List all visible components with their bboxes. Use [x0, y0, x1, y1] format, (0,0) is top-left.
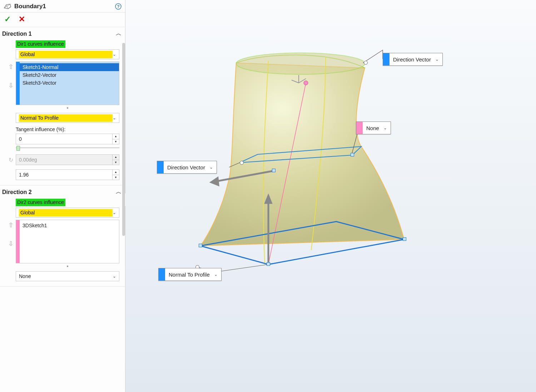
help-icon[interactable]: ?	[115, 3, 121, 10]
selection-point[interactable]	[403, 237, 406, 241]
panel-scrollbar[interactable]	[122, 43, 125, 236]
callout-top-profile[interactable]: Direction Vector ⌄	[383, 53, 443, 66]
spin-up[interactable]: ▲	[113, 134, 119, 139]
start-constraint-dropdown[interactable]: Normal To Profile ⌄	[16, 113, 119, 123]
tangent-influence-label: Tangent influence (%):	[16, 126, 119, 132]
chevron-down-icon: ⌄	[113, 274, 116, 279]
svg-marker-5	[211, 178, 218, 185]
move-down-button[interactable]: ⇩	[8, 81, 14, 89]
chevron-down-icon: ⌄	[113, 115, 116, 120]
chevron-up-icon: ︿	[116, 188, 121, 196]
callout-label: Direction Vector	[389, 56, 435, 63]
tangent-influence-spinner[interactable]: 0 ▲▼	[16, 134, 119, 144]
svg-text:?: ?	[117, 4, 120, 9]
boundary-feature-icon	[4, 3, 11, 10]
tangent-length-spinner[interactable]: 1.96 ▲▼	[16, 169, 119, 180]
section-header-direction2[interactable]: Direction 2 ︿	[0, 185, 125, 197]
section-title: Direction 2	[2, 189, 32, 195]
graphics-viewport[interactable]: Direction Vector ⌄ None ⌄ Direction Vect…	[125, 0, 536, 392]
svg-point-2	[236, 53, 365, 74]
curves-influence-dropdown[interactable]: Global ⌄	[16, 208, 119, 218]
section-body-direction1: Dir1 curves influence Global ⌄ ⇧ ⇩ Sketc…	[0, 39, 125, 185]
chevron-down-icon: ⌄	[435, 57, 442, 62]
slider-thumb[interactable]	[16, 146, 20, 151]
curves-influence-value: Global	[19, 51, 113, 58]
profile-handle[interactable]	[240, 161, 244, 165]
move-up-button[interactable]: ⇧	[8, 63, 14, 71]
selection-color-bar	[16, 62, 20, 105]
spin-down[interactable]: ▼	[113, 139, 119, 144]
draft-angle-value: 0.00deg	[16, 155, 112, 165]
callout-color-tag	[383, 53, 389, 65]
list-item[interactable]: Sketch1-Normal	[20, 63, 119, 71]
selection-color-bar	[16, 220, 20, 263]
selection-point[interactable]	[351, 153, 354, 157]
end-constraint-value: None	[19, 273, 113, 279]
dir2-curves-row: ⇧ ⇩ 3DSketch1	[6, 220, 119, 263]
cancel-button[interactable]: ✕	[19, 15, 25, 23]
app-root: Boundary1 ? ✓ ✕ Direction 1 ︿ Dir1 curve…	[0, 0, 536, 392]
chevron-down-icon: ⌄	[113, 210, 116, 215]
callout-label: Direction Vector	[164, 164, 209, 170]
dir1-curves-items: Sketch1-Normal Sketch2-Vector Sketch3-Ve…	[20, 62, 119, 105]
spinner-buttons: ▲▼	[112, 155, 119, 165]
dir2-curves-listbox[interactable]: 3DSketch1	[16, 220, 119, 263]
callout-mid-profile[interactable]: Direction Vector ⌄	[157, 161, 217, 174]
spinner-buttons: ▲▼	[112, 170, 119, 180]
callout-label: Normal To Profile	[165, 272, 214, 278]
spin-up: ▲	[113, 155, 119, 160]
curves-influence-dropdown[interactable]: Global ⌄	[16, 49, 119, 59]
tangent-influence-value[interactable]: 0	[16, 134, 112, 144]
spin-up[interactable]: ▲	[113, 170, 119, 175]
tangent-length-value[interactable]: 1.96	[16, 170, 112, 180]
profile-handle[interactable]	[364, 61, 368, 65]
callout-color-tag	[159, 268, 165, 281]
property-panel: Boundary1 ? ✓ ✕ Direction 1 ︿ Dir1 curve…	[0, 0, 125, 392]
boundary-surface-preview	[125, 0, 536, 392]
chevron-down-icon: ⌄	[113, 52, 116, 57]
svg-point-11	[304, 81, 308, 85]
list-resize-grip[interactable]: ●	[16, 106, 119, 109]
callout-color-tag	[157, 161, 164, 173]
callout-guide-curve[interactable]: None ⌄	[356, 121, 391, 134]
chevron-up-icon: ︿	[116, 30, 121, 38]
chevron-down-icon: ⌄	[383, 125, 391, 130]
list-item[interactable]: Sketch3-Vector	[20, 79, 119, 87]
list-resize-grip[interactable]: ●	[16, 264, 119, 268]
dir1-curves-row: ⇧ ⇩ Sketch1-Normal Sketch2-Vector Sketch…	[6, 61, 119, 105]
move-down-button[interactable]: ⇩	[8, 240, 14, 248]
selection-point[interactable]	[199, 244, 202, 247]
start-constraint-value: Normal To Profile	[19, 114, 113, 122]
dir1-curves-listbox[interactable]: Sketch1-Normal Sketch2-Vector Sketch3-Ve…	[16, 61, 119, 105]
draft-angle-spinner: 0.00deg ▲▼	[16, 154, 119, 165]
selection-point[interactable]	[267, 262, 270, 266]
chevron-down-icon: ⌄	[214, 272, 221, 277]
section-header-direction1[interactable]: Direction 1 ︿	[0, 27, 125, 39]
move-up-button[interactable]: ⇧	[8, 221, 14, 229]
spin-down[interactable]: ▼	[113, 175, 119, 180]
list-item[interactable]: Sketch2-Vector	[20, 71, 119, 79]
callout-bottom-profile[interactable]: Normal To Profile ⌄	[158, 268, 222, 281]
reorder-arrows: ⇧ ⇩	[6, 220, 16, 263]
influence-label: Dir1 curves influence	[16, 40, 65, 48]
ok-button[interactable]: ✓	[4, 15, 11, 23]
confirm-bar: ✓ ✕	[0, 13, 125, 27]
slider-track	[16, 147, 119, 148]
selection-point[interactable]	[272, 169, 276, 172]
dir2-curves-items: 3DSketch1	[20, 220, 119, 263]
curves-influence-value: Global	[19, 209, 113, 217]
feature-title: Boundary1	[14, 3, 115, 10]
section-title: Direction 1	[2, 31, 32, 37]
reorder-arrows: ⇧ ⇩	[6, 61, 16, 105]
end-constraint-dropdown[interactable]: None ⌄	[16, 271, 119, 281]
chevron-down-icon: ⌄	[209, 165, 217, 170]
callout-color-tag	[356, 122, 363, 134]
tangent-slider[interactable]	[16, 146, 119, 149]
reset-angle-icon[interactable]: ↻	[6, 157, 16, 163]
list-item[interactable]: 3DSketch1	[20, 222, 119, 229]
influence-label: Dir2 curves influence	[16, 199, 65, 206]
callout-label: None	[363, 125, 383, 131]
section-body-direction2: Dir2 curves influence Global ⌄ ⇧ ⇩ 3DSke…	[0, 197, 125, 286]
spinner-buttons: ▲▼	[112, 134, 119, 144]
panel-header: Boundary1 ?	[0, 0, 125, 13]
